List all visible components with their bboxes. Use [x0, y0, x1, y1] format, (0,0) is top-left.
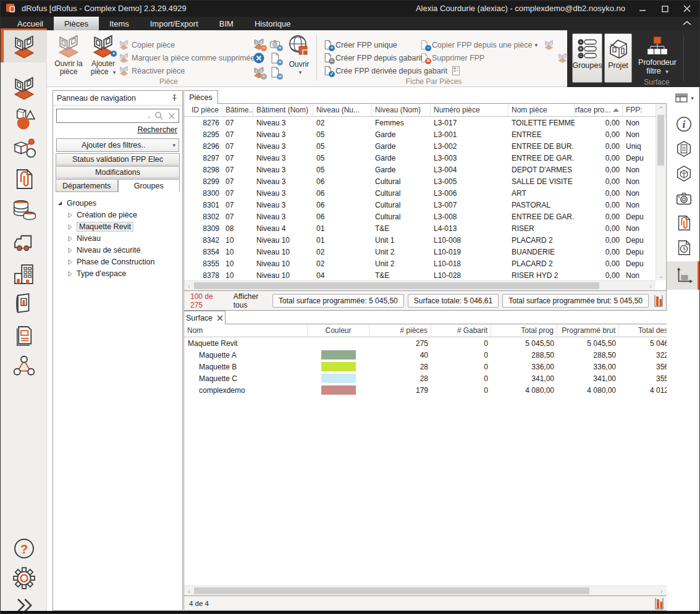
copy-fpp-button[interactable]: − Copier FPP depuis une pièce ▾ [419, 38, 557, 51]
table-row[interactable]: Maquette B280336,00336,00356 [184, 361, 667, 372]
maximize-button[interactable] [656, 2, 673, 15]
tree-item-phase-de-construction[interactable]: Phase de Construction [57, 256, 181, 267]
layout-selector-button[interactable]: ▾ [667, 90, 700, 107]
table-row[interactable]: 837810Niveau 1004T&EL10-028RISER HYD 20,… [184, 269, 666, 281]
table-row[interactable]: 829907Niveau 306CulturalL3-005SALLE DE V… [184, 175, 666, 187]
column-header-total-prog[interactable]: Total prog [491, 324, 557, 337]
collapsed-triangle-icon[interactable] [67, 271, 74, 277]
surface-bars-icon[interactable] [654, 295, 664, 307]
history-panel-button[interactable] [667, 235, 700, 260]
help-button[interactable] [1, 534, 47, 563]
sidebar-item-reports[interactable] [1, 321, 47, 351]
table-row[interactable]: 834210Niveau 1001Unit 1L10-008PLACARD 20… [184, 234, 666, 246]
sidebar-item-items[interactable] [1, 104, 47, 133]
tree-root[interactable]: Groupes [57, 197, 181, 209]
minimize-button[interactable] [634, 2, 651, 15]
tab-historique[interactable]: Historique [244, 17, 302, 30]
expanded-triangle-icon[interactable] [57, 200, 64, 206]
table-row[interactable]: 830908Niveau 401T&EL4-013RISER0,00Non [184, 222, 666, 234]
filter-depth-button[interactable]: Profondeur filtre ▾ [636, 33, 678, 83]
rooms-vertical-scrollbar[interactable]: ⌃ ⌄ [656, 104, 665, 280]
table-row[interactable]: 829607Niveau 305GardeL3-002ENTREE DE BUR… [184, 140, 666, 152]
collapsed-triangle-icon[interactable] [67, 259, 74, 265]
close-button[interactable] [678, 2, 696, 15]
sidebar-item-systems[interactable] [1, 133, 47, 163]
tree-item-niveau-de-securite[interactable]: Niveau de sécurité [57, 244, 181, 256]
tree-item-maquette-revit[interactable]: Maquette Revit [57, 221, 181, 232]
surface-horizontal-scrollbar[interactable]: ‹ › [184, 586, 667, 595]
collapsed-triangle-icon[interactable] [67, 212, 74, 218]
reactivate-room-button[interactable]: Réactiver pièce [119, 64, 185, 77]
table-row[interactable]: complexdemo17904 080,004 080,004 012 [184, 384, 667, 396]
collapse-ribbon-button[interactable] [681, 19, 693, 28]
tab-pieces[interactable]: Pièces [54, 17, 99, 30]
column-header-niveau-nu[interactable]: Niveau (Nu... [313, 104, 372, 116]
column-header-surface-pro[interactable]: Surface pro... [575, 104, 623, 116]
column-header-batime[interactable]: Bâtime... [222, 104, 253, 116]
nav-tab-groupes[interactable]: Groupes [118, 179, 180, 192]
close-tab-icon[interactable] [217, 315, 223, 321]
add-filters-dropdown[interactable]: Ajouter des filtres.. ▾ [56, 138, 179, 152]
table-row[interactable]: Maquette A400288,50288,50322 [184, 349, 667, 361]
add-picture-button[interactable]: + [269, 38, 281, 50]
surface-panel-button[interactable] [667, 261, 700, 290]
table-row[interactable]: 827607Niveau 302FemmesL3-017TOILETTE FEM… [184, 117, 666, 128]
add-document-button[interactable]: + [269, 52, 281, 64]
room-remove-button[interactable]: − [253, 38, 265, 50]
tab-bim[interactable]: BIM [209, 17, 244, 30]
info-panel-button[interactable] [667, 112, 700, 137]
sidebar-item-attachments[interactable] [1, 164, 47, 194]
sidebar-item-rooms[interactable] [1, 28, 47, 62]
images-panel-button[interactable] [667, 186, 700, 211]
create-fpp-derived-button[interactable]: ✓ Crée FPP dérivée depuis gabarit [323, 64, 464, 77]
sidebar-item-network[interactable] [1, 351, 47, 381]
table-row[interactable]: Maquette Revit27505 045,505 045,505 046 [184, 337, 667, 349]
search-input[interactable] [57, 109, 143, 122]
column-header-fpp[interactable]: FPP: [623, 104, 656, 116]
table-row[interactable]: 835510Niveau 1002Unit 2L10-018PLACARD 20… [184, 258, 666, 269]
table-row[interactable]: 830207Niveau 306CulturalL3-008ENTREE DE … [184, 211, 666, 222]
filter-button-modifications[interactable]: Modifications [56, 166, 180, 179]
rooms-horizontal-scrollbar[interactable]: ‹ › [184, 280, 656, 290]
room-sync-button[interactable]: ≡ [253, 66, 265, 78]
table-row[interactable]: 835410Niveau 1002Unit 2L10-019BUANDERIE0… [184, 246, 666, 258]
filter-button-status-validation-fpp-elec[interactable]: Status validation FPP Elec [56, 153, 180, 166]
show-all-button[interactable]: Afficher tous [234, 292, 269, 309]
column-header-batiment-nom[interactable]: Bâtiment (Nom) [253, 104, 313, 116]
project-button[interactable]: Projet [604, 33, 632, 83]
tab-items[interactable]: Items [99, 17, 140, 30]
copy-room-button[interactable]: Copier pièce [119, 38, 175, 51]
collapsed-triangle-icon[interactable] [67, 235, 74, 242]
tree-item-niveau[interactable]: Niveau [57, 232, 181, 244]
sidebar-item-room-templates[interactable] [1, 73, 47, 103]
document-panel-button[interactable] [667, 137, 700, 161]
open-split-button[interactable]: Ouvrir ▾ [284, 33, 314, 75]
sidebar-item-finance[interactable] [1, 195, 47, 225]
tab-pieces[interactable]: Pièces [183, 90, 218, 104]
table-row[interactable]: 830107Niveau 306CulturalL3-007PASTORAL0,… [184, 199, 666, 211]
column-header-programme-brut[interactable]: Programmé brut [557, 324, 619, 337]
column-header-total-des[interactable]: Total des [619, 324, 667, 337]
search-link[interactable]: Rechercher [137, 125, 177, 134]
settings-button[interactable] [1, 563, 47, 593]
column-header-couleur[interactable]: Couleur [308, 324, 369, 337]
table-row[interactable]: 829807Niveau 305GardeL3-004DEPOT D'ARMES… [184, 164, 666, 175]
sidebar-item-logistics[interactable] [1, 228, 47, 258]
tab-import-export[interactable]: Import/Export [140, 17, 209, 30]
remove-document-button[interactable]: ∞ [269, 66, 281, 78]
attachments-panel-button[interactable] [667, 211, 700, 235]
column-header-gabarit[interactable]: # Gabarit [431, 324, 491, 337]
mark-room-deleted-button[interactable]: Marquer la pièce comme supprimée [119, 51, 255, 64]
column-header-nom-piece[interactable]: Nom pièce [508, 104, 575, 116]
groups-button[interactable]: Groupes [572, 33, 602, 83]
tab-surface[interactable]: Surface [183, 311, 226, 324]
search-icon[interactable] [154, 111, 164, 120]
delete-fpp-button[interactable]: ✕ Supprimer FPP [419, 51, 570, 64]
cancel-button[interactable] [253, 52, 265, 64]
create-fpp-unique-button[interactable]: + Créer FPP unique [323, 38, 397, 51]
bim-panel-button[interactable] [667, 161, 700, 186]
search-dropdown-icon[interactable]: ⌄ [146, 113, 151, 119]
tree-item-creation-de-piece[interactable]: Création de pièce [57, 209, 181, 221]
table-row[interactable]: 829507Niveau 305GardeL3-001ENTREE0,00Non [184, 128, 666, 140]
tree-item-type-d-espace[interactable]: Type d'espace [57, 267, 181, 279]
